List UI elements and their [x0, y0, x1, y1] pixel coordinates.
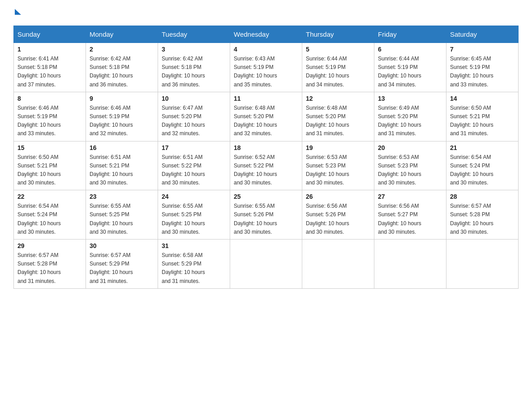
day-number: 21 [450, 144, 515, 151]
calendar-cell: 7Sunrise: 6:45 AMSunset: 5:19 PMDaylight… [446, 43, 519, 92]
day-info: Sunrise: 6:41 AMSunset: 5:18 PMDaylight:… [17, 56, 61, 88]
day-info: Sunrise: 6:53 AMSunset: 5:23 PMDaylight:… [378, 154, 421, 186]
calendar-cell: 24Sunrise: 6:55 AMSunset: 5:25 PMDayligh… [158, 190, 230, 240]
calendar-cell: 27Sunrise: 6:56 AMSunset: 5:27 PMDayligh… [374, 190, 446, 240]
day-number: 3 [162, 46, 226, 53]
day-number: 19 [306, 144, 370, 151]
day-info: Sunrise: 6:44 AMSunset: 5:19 PMDaylight:… [306, 56, 349, 88]
calendar-cell [374, 240, 446, 289]
calendar-header-wednesday: Wednesday [230, 26, 302, 43]
day-number: 30 [90, 242, 154, 249]
calendar-week-row: 29Sunrise: 6:57 AMSunset: 5:28 PMDayligh… [14, 240, 519, 289]
day-number: 22 [17, 193, 82, 200]
day-number: 25 [234, 193, 298, 200]
day-number: 6 [378, 46, 442, 53]
day-info: Sunrise: 6:48 AMSunset: 5:20 PMDaylight:… [234, 105, 277, 137]
calendar-cell: 5Sunrise: 6:44 AMSunset: 5:19 PMDaylight… [302, 43, 374, 92]
calendar-cell: 2Sunrise: 6:42 AMSunset: 5:18 PMDaylight… [86, 43, 158, 92]
day-number: 4 [234, 46, 298, 53]
day-number: 14 [450, 95, 515, 102]
day-number: 20 [378, 144, 442, 151]
calendar-cell: 31Sunrise: 6:58 AMSunset: 5:29 PMDayligh… [158, 240, 230, 289]
calendar-cell: 20Sunrise: 6:53 AMSunset: 5:23 PMDayligh… [374, 141, 446, 190]
day-info: Sunrise: 6:42 AMSunset: 5:18 PMDaylight:… [162, 56, 205, 88]
day-number: 13 [378, 95, 442, 102]
day-number: 28 [450, 193, 515, 200]
day-info: Sunrise: 6:55 AMSunset: 5:26 PMDaylight:… [234, 203, 277, 235]
calendar-week-row: 15Sunrise: 6:50 AMSunset: 5:21 PMDayligh… [14, 141, 519, 190]
day-number: 8 [17, 95, 82, 102]
day-info: Sunrise: 6:50 AMSunset: 5:21 PMDaylight:… [17, 154, 61, 186]
calendar-cell: 12Sunrise: 6:48 AMSunset: 5:20 PMDayligh… [302, 92, 374, 141]
day-info: Sunrise: 6:53 AMSunset: 5:23 PMDaylight:… [306, 154, 349, 186]
calendar-cell: 25Sunrise: 6:55 AMSunset: 5:26 PMDayligh… [230, 190, 302, 240]
calendar-cell: 3Sunrise: 6:42 AMSunset: 5:18 PMDaylight… [158, 43, 230, 92]
calendar-header-row: SundayMondayTuesdayWednesdayThursdayFrid… [14, 26, 519, 43]
day-number: 11 [234, 95, 298, 102]
calendar-header-sunday: Sunday [14, 26, 86, 43]
day-number: 2 [90, 46, 154, 53]
day-number: 26 [306, 193, 370, 200]
day-number: 24 [162, 193, 226, 200]
calendar-header-saturday: Saturday [446, 26, 519, 43]
day-number: 12 [306, 95, 370, 102]
day-number: 31 [162, 242, 226, 249]
day-number: 27 [378, 193, 442, 200]
day-number: 16 [90, 144, 154, 151]
day-number: 5 [306, 46, 370, 53]
day-number: 1 [17, 46, 82, 53]
day-info: Sunrise: 6:51 AMSunset: 5:22 PMDaylight:… [162, 154, 205, 186]
day-number: 29 [17, 242, 82, 249]
calendar-cell: 28Sunrise: 6:57 AMSunset: 5:28 PMDayligh… [446, 190, 519, 240]
day-info: Sunrise: 6:54 AMSunset: 5:24 PMDaylight:… [17, 203, 61, 235]
calendar-cell: 15Sunrise: 6:50 AMSunset: 5:21 PMDayligh… [14, 141, 86, 190]
logo-triangle-icon [15, 9, 21, 15]
calendar-cell: 9Sunrise: 6:46 AMSunset: 5:19 PMDaylight… [86, 92, 158, 141]
day-number: 23 [90, 193, 154, 200]
calendar-cell: 22Sunrise: 6:54 AMSunset: 5:24 PMDayligh… [14, 190, 86, 240]
day-info: Sunrise: 6:45 AMSunset: 5:19 PMDaylight:… [450, 56, 493, 88]
day-info: Sunrise: 6:42 AMSunset: 5:18 PMDaylight:… [90, 56, 133, 88]
page-header [13, 9, 519, 17]
calendar-cell: 6Sunrise: 6:44 AMSunset: 5:19 PMDaylight… [374, 43, 446, 92]
calendar-cell: 23Sunrise: 6:55 AMSunset: 5:25 PMDayligh… [86, 190, 158, 240]
calendar-header-monday: Monday [86, 26, 158, 43]
calendar-cell: 1Sunrise: 6:41 AMSunset: 5:18 PMDaylight… [14, 43, 86, 92]
day-info: Sunrise: 6:47 AMSunset: 5:20 PMDaylight:… [162, 105, 205, 137]
calendar-cell: 10Sunrise: 6:47 AMSunset: 5:20 PMDayligh… [158, 92, 230, 141]
day-info: Sunrise: 6:52 AMSunset: 5:22 PMDaylight:… [234, 154, 277, 186]
day-info: Sunrise: 6:58 AMSunset: 5:29 PMDaylight:… [162, 252, 205, 284]
day-info: Sunrise: 6:56 AMSunset: 5:26 PMDaylight:… [306, 203, 349, 235]
calendar-cell [302, 240, 374, 289]
calendar-cell: 29Sunrise: 6:57 AMSunset: 5:28 PMDayligh… [14, 240, 86, 289]
day-number: 15 [17, 144, 82, 151]
day-number: 17 [162, 144, 226, 151]
day-info: Sunrise: 6:48 AMSunset: 5:20 PMDaylight:… [306, 105, 349, 137]
calendar-week-row: 1Sunrise: 6:41 AMSunset: 5:18 PMDaylight… [14, 43, 519, 92]
day-number: 7 [450, 46, 515, 53]
day-info: Sunrise: 6:44 AMSunset: 5:19 PMDaylight:… [378, 56, 421, 88]
calendar-week-row: 22Sunrise: 6:54 AMSunset: 5:24 PMDayligh… [14, 190, 519, 240]
calendar-cell: 11Sunrise: 6:48 AMSunset: 5:20 PMDayligh… [230, 92, 302, 141]
day-info: Sunrise: 6:43 AMSunset: 5:19 PMDaylight:… [234, 56, 277, 88]
day-info: Sunrise: 6:49 AMSunset: 5:20 PMDaylight:… [378, 105, 421, 137]
day-number: 10 [162, 95, 226, 102]
calendar-header-tuesday: Tuesday [158, 26, 230, 43]
calendar-cell: 13Sunrise: 6:49 AMSunset: 5:20 PMDayligh… [374, 92, 446, 141]
calendar-cell: 17Sunrise: 6:51 AMSunset: 5:22 PMDayligh… [158, 141, 230, 190]
calendar-cell [446, 240, 519, 289]
calendar-cell: 19Sunrise: 6:53 AMSunset: 5:23 PMDayligh… [302, 141, 374, 190]
day-info: Sunrise: 6:46 AMSunset: 5:19 PMDaylight:… [90, 105, 133, 137]
calendar-table: SundayMondayTuesdayWednesdayThursdayFrid… [13, 26, 519, 289]
day-info: Sunrise: 6:54 AMSunset: 5:24 PMDaylight:… [450, 154, 493, 186]
calendar-cell: 4Sunrise: 6:43 AMSunset: 5:19 PMDaylight… [230, 43, 302, 92]
calendar-cell: 21Sunrise: 6:54 AMSunset: 5:24 PMDayligh… [446, 141, 519, 190]
day-info: Sunrise: 6:51 AMSunset: 5:21 PMDaylight:… [90, 154, 133, 186]
calendar-cell: 8Sunrise: 6:46 AMSunset: 5:19 PMDaylight… [14, 92, 86, 141]
day-info: Sunrise: 6:50 AMSunset: 5:21 PMDaylight:… [450, 105, 493, 137]
logo [13, 9, 21, 17]
day-info: Sunrise: 6:46 AMSunset: 5:19 PMDaylight:… [17, 105, 61, 137]
day-info: Sunrise: 6:55 AMSunset: 5:25 PMDaylight:… [162, 203, 205, 235]
calendar-cell [230, 240, 302, 289]
calendar-cell: 30Sunrise: 6:57 AMSunset: 5:29 PMDayligh… [86, 240, 158, 289]
